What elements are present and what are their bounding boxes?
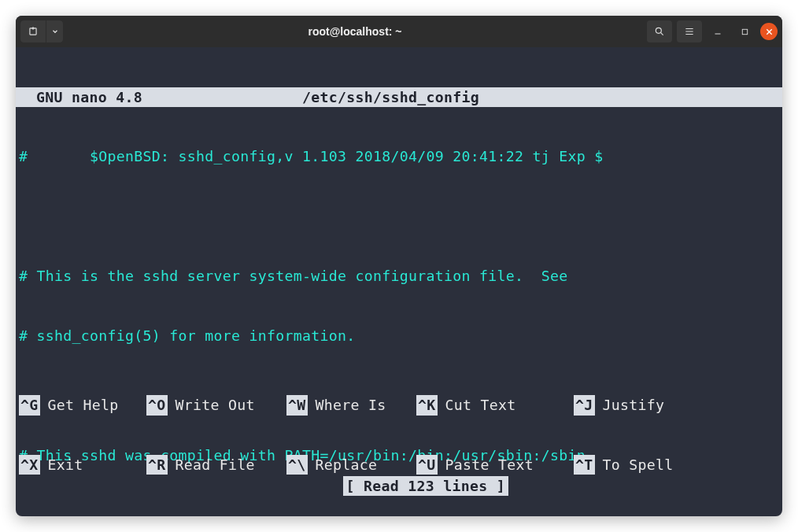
shortcut-label: Cut Text — [445, 395, 516, 415]
nano-app-name: GNU nano 4.8 — [19, 87, 302, 107]
shortcut-paste-text: ^UPaste Text — [416, 455, 574, 475]
shortcut-write-out: ^OWrite Out — [146, 395, 286, 415]
shortcut-read-file: ^RRead File — [146, 455, 286, 475]
editor-line: # $OpenBSD: sshd_config,v 1.103 2018/04/… — [16, 146, 782, 166]
tab-dropdown-button[interactable] — [46, 20, 63, 42]
shortcut-exit: ^XExit — [19, 455, 146, 475]
shortcut-label: Paste Text — [445, 455, 534, 475]
shortcut-key: ^\ — [286, 455, 308, 475]
maximize-button[interactable] — [733, 20, 756, 42]
shortcut-key: ^K — [416, 395, 438, 415]
shortcut-label: Where Is — [316, 395, 386, 415]
shortcut-label: Read File — [175, 455, 255, 475]
svg-rect-9 — [742, 29, 747, 34]
shortcut-to-spell: ^TTo Spell — [574, 455, 707, 475]
shortcut-key: ^O — [146, 395, 168, 415]
editor-line: # sshd_config(5) for more information. — [16, 326, 782, 345]
editor-line: # This is the sshd server system-wide co… — [16, 266, 782, 286]
window-titlebar: root@localhost: ~ — [16, 16, 782, 47]
window-title: root@localhost: ~ — [66, 25, 644, 38]
nano-title-bar: GNU nano 4.8 /etc/ssh/sshd_config — [16, 87, 782, 107]
new-tab-button[interactable] — [20, 20, 46, 42]
shortcut-label: Get Help — [48, 395, 119, 415]
shortcut-label: Justify — [603, 395, 665, 415]
shortcut-key: ^T — [574, 455, 595, 475]
shortcut-replace: ^\Replace — [286, 455, 416, 475]
nano-shortcut-bar: ^GGet Help ^OWrite Out ^WWhere Is ^KCut … — [16, 356, 782, 516]
shortcut-where-is: ^WWhere Is — [286, 395, 416, 415]
shortcut-label: Replace — [316, 455, 378, 475]
shortcut-key: ^U — [416, 455, 438, 475]
terminal-content[interactable]: GNU nano 4.8 /etc/ssh/sshd_config # $Ope… — [16, 47, 782, 516]
nano-file-path: /etc/ssh/sshd_config — [302, 87, 779, 107]
menu-button[interactable] — [677, 20, 702, 42]
shortcut-label: Write Out — [175, 395, 255, 415]
shortcut-key: ^X — [19, 455, 40, 475]
svg-line-4 — [660, 32, 663, 35]
editor-line — [16, 206, 782, 226]
terminal-window: root@localhost: ~ GNU nano 4.8 /etc/ssh/… — [16, 16, 782, 516]
search-button[interactable] — [647, 20, 672, 42]
shortcut-get-help: ^GGet Help — [19, 395, 146, 415]
shortcut-key: ^W — [286, 395, 308, 415]
shortcut-key: ^G — [19, 395, 40, 415]
shortcut-cut-text: ^KCut Text — [416, 395, 574, 415]
shortcut-key: ^J — [574, 395, 595, 415]
minimize-button[interactable] — [707, 20, 729, 42]
shortcut-label: Exit — [48, 455, 83, 475]
shortcut-key: ^R — [146, 455, 168, 475]
close-button[interactable] — [760, 23, 778, 40]
shortcut-label: To Spell — [603, 455, 674, 475]
svg-point-3 — [656, 28, 661, 33]
shortcut-justify: ^JJustify — [574, 395, 707, 415]
